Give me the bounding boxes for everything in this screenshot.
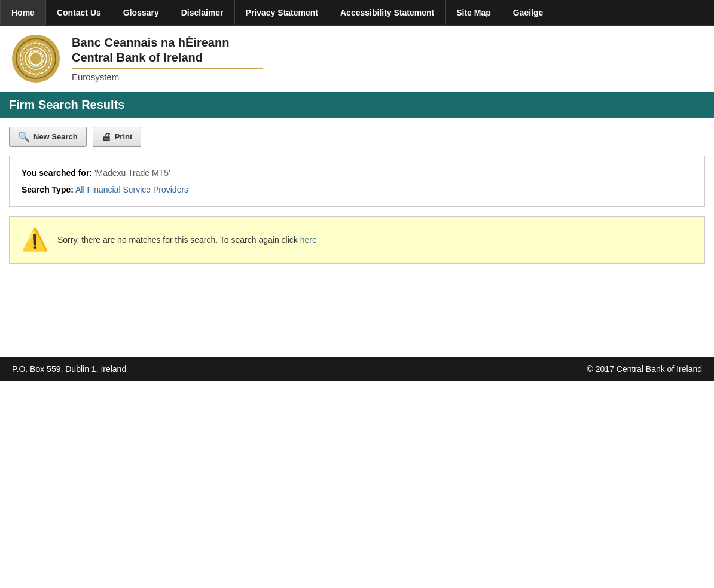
nav-site-map[interactable]: Site Map <box>446 0 502 25</box>
section-title-bar: Firm Search Results <box>0 92 714 118</box>
nav-contact-us[interactable]: Contact Us <box>46 0 112 25</box>
section-title-text: Firm Search Results <box>9 98 124 111</box>
logo-underline <box>72 68 263 69</box>
print-button[interactable]: 🖨 Print <box>93 127 142 147</box>
toolbar: 🔍 New Search 🖨 Print <box>0 118 714 156</box>
search-type-label: Search Type: <box>22 185 74 194</box>
bank-name-block: Banc Ceannais na hÉireann Central Bank o… <box>72 36 263 82</box>
top-navigation: Home Contact Us Glossary Disclaimer Priv… <box>0 0 714 26</box>
nav-privacy-statement[interactable]: Privacy Statement <box>235 0 329 25</box>
search-again-link[interactable]: here <box>300 235 317 245</box>
footer-copyright: © 2017 Central Bank of Ireland <box>587 364 702 374</box>
nav-glossary[interactable]: Glossary <box>112 0 170 25</box>
search-info-box: You searched for: 'Madexu Trade MT5' Sea… <box>9 156 705 207</box>
logo-svg <box>15 38 57 80</box>
bank-logo <box>12 35 60 83</box>
nav-gaeilge[interactable]: Gaeilge <box>502 0 555 25</box>
print-label: Print <box>115 132 133 141</box>
nav-accessibility-statement[interactable]: Accessibility Statement <box>329 0 446 25</box>
search-type-row: Search Type: All Financial Service Provi… <box>22 185 692 194</box>
warning-message: Sorry, there are no matches for this sea… <box>57 235 317 245</box>
warning-icon: ⚠️ <box>22 227 48 252</box>
bank-name-irish: Banc Ceannais na hÉireann <box>72 36 263 50</box>
eurosystem-label: Eurosystem <box>72 72 263 82</box>
svg-point-0 <box>16 39 56 78</box>
bank-name-english: Central Bank of Ireland <box>72 51 263 65</box>
page-header: Banc Ceannais na hÉireann Central Bank o… <box>0 26 714 92</box>
print-icon: 🖨 <box>102 132 111 142</box>
nav-home[interactable]: Home <box>0 0 46 25</box>
searched-for-label: You searched for: <box>22 168 92 178</box>
new-search-label: New Search <box>33 132 78 141</box>
nav-disclaimer[interactable]: Disclaimer <box>170 0 235 25</box>
searched-for-row: You searched for: 'Madexu Trade MT5' <box>22 168 692 178</box>
main-content: 🔍 New Search 🖨 Print You searched for: '… <box>0 118 714 345</box>
page-footer: P.O. Box 559, Dublin 1, Ireland © 2017 C… <box>0 357 714 381</box>
search-query-value: 'Madexu Trade MT5' <box>94 168 170 178</box>
footer-address: P.O. Box 559, Dublin 1, Ireland <box>12 364 126 374</box>
search-type-value[interactable]: All Financial Service Providers <box>75 185 188 194</box>
new-search-button[interactable]: 🔍 New Search <box>9 127 87 147</box>
search-icon: 🔍 <box>18 131 30 142</box>
warning-text-before-link: Sorry, there are no matches for this sea… <box>57 235 300 245</box>
no-results-warning: ⚠️ Sorry, there are no matches for this … <box>9 216 705 264</box>
